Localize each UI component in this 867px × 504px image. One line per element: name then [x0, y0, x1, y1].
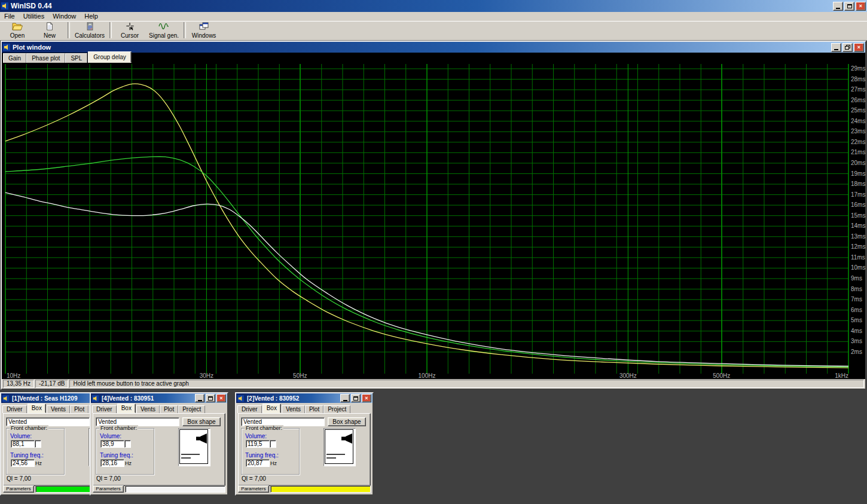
front-chamber-label: Front chamber: [10, 425, 48, 431]
driver-project-window: [4]Vented : 830951 × Driver Box Vents Pl… [90, 392, 228, 496]
close-button[interactable]: × [216, 394, 226, 402]
svg-text:50Hz: 50Hz [293, 372, 307, 379]
parameters-button[interactable]: Parameters [238, 485, 269, 493]
window-titlebar[interactable]: [4]Vented : 830951 × [91, 393, 227, 403]
svg-text:5ms: 5ms [851, 317, 862, 323]
cursor-label: Cursor [121, 32, 139, 39]
volume-unit-combo[interactable] [270, 440, 276, 448]
toolbar-separator [109, 22, 112, 38]
svg-text:28ms: 28ms [851, 76, 865, 83]
calculators-label: Calculators [75, 32, 105, 39]
restore-button[interactable] [842, 43, 853, 52]
windows-button[interactable]: Windows [188, 21, 220, 39]
ql-value: Ql = 7,00 [96, 475, 121, 482]
parameters-button[interactable]: Parameters [93, 485, 124, 493]
volume-input[interactable] [100, 440, 124, 448]
tab-vents[interactable]: Vents [282, 405, 305, 413]
volume-input[interactable] [246, 440, 270, 448]
svg-text:11ms: 11ms [851, 254, 865, 261]
box-shape-button[interactable]: Box shape [182, 417, 221, 426]
trace-color-bar [270, 485, 371, 493]
minimize-button[interactable] [340, 394, 350, 402]
tuning-unit-label: Hz [35, 460, 42, 466]
svg-text:7ms: 7ms [851, 296, 862, 303]
app-icon [1, 2, 9, 10]
tab-plot[interactable]: Plot [70, 405, 88, 413]
calculator-icon [86, 22, 94, 32]
tab-project[interactable]: Project [178, 405, 205, 413]
app-title: WinISD 0.44 [9, 2, 833, 10]
cursor-frequency-readout: 13,35 Hz [3, 380, 34, 388]
box-shape-preview [178, 428, 210, 466]
tab-project[interactable]: Project [323, 405, 350, 413]
minimize-button[interactable] [833, 2, 843, 11]
svg-text:6ms: 6ms [851, 307, 862, 313]
tuning-freq-input[interactable] [100, 459, 124, 467]
maximize-button[interactable] [844, 2, 854, 11]
menu-help[interactable]: Help [80, 12, 102, 21]
menu-window[interactable]: Window [48, 12, 80, 21]
open-button[interactable]: Open [1, 21, 33, 39]
maximize-button[interactable] [351, 394, 361, 402]
new-document-icon [45, 22, 54, 32]
close-button[interactable]: × [854, 43, 864, 52]
tab-vents[interactable]: Vents [136, 405, 160, 413]
tab-driver[interactable]: Driver [237, 405, 262, 413]
close-button[interactable]: × [856, 2, 866, 11]
svg-text:12ms: 12ms [851, 243, 865, 250]
svg-text:15ms: 15ms [851, 212, 865, 219]
window-title: [4]Vented : 830951 [100, 395, 195, 402]
main-titlebar[interactable]: WinISD 0.44 × [0, 0, 867, 12]
tab-group-delay[interactable]: Group delay [88, 51, 131, 63]
svg-text:8ms: 8ms [851, 286, 862, 292]
parameters-button[interactable]: Parameters [3, 485, 34, 493]
tab-spl[interactable]: SPL [65, 53, 87, 63]
tab-gain[interactable]: Gain [3, 53, 26, 63]
box-shape-preview [323, 428, 356, 466]
mdi-area: Plot window × Gain Phase plot SPL Group … [0, 41, 867, 504]
tab-driver[interactable]: Driver [92, 405, 117, 413]
volume-unit-combo[interactable] [124, 440, 131, 448]
cursor-button[interactable]: Cursor [114, 21, 146, 39]
tuning-freq-input[interactable] [246, 459, 270, 467]
windows-label: Windows [192, 32, 216, 39]
tab-plot[interactable]: Plot [305, 405, 323, 413]
toolbar: Open New Calculators Cursor Signal [0, 21, 867, 41]
volume-unit-combo[interactable] [35, 440, 41, 448]
svg-text:300Hz: 300Hz [619, 372, 637, 379]
group-delay-plot[interactable]: 2ms3ms4ms5ms6ms7ms8ms9ms10ms11ms12ms13ms… [3, 63, 866, 380]
maximize-button[interactable] [206, 394, 215, 402]
tuning-freq-input[interactable] [11, 459, 35, 467]
volume-label: Volume: [245, 433, 267, 439]
tab-driver[interactable]: Driver [2, 405, 27, 413]
ql-value: Ql = 7,00 [7, 475, 31, 482]
desktop: WinISD 0.44 × File Utilities Window Help… [0, 0, 867, 504]
svg-text:21ms: 21ms [851, 149, 865, 155]
svg-text:10ms: 10ms [851, 264, 865, 271]
minimize-button[interactable] [831, 43, 841, 52]
menu-file[interactable]: File [0, 12, 19, 21]
svg-text:29ms: 29ms [851, 65, 865, 72]
tuning-freq-label: Tuning freq.: [100, 452, 133, 459]
close-button[interactable]: × [362, 394, 371, 402]
tab-box[interactable]: Box [117, 404, 136, 413]
menu-utilities[interactable]: Utilities [19, 12, 48, 21]
svg-text:20ms: 20ms [851, 160, 865, 166]
volume-input[interactable] [11, 440, 35, 448]
front-chamber-label: Front chamber: [99, 425, 138, 431]
calculators-button[interactable]: Calculators [72, 21, 108, 39]
svg-text:500Hz: 500Hz [713, 372, 730, 379]
minimize-button[interactable] [195, 394, 204, 402]
tab-plot[interactable]: Plot [160, 405, 178, 413]
tab-box[interactable]: Box [262, 404, 281, 413]
window-titlebar[interactable]: [2]Vented : 830952 × [236, 393, 373, 403]
box-shape-button[interactable]: Box shape [328, 417, 366, 426]
plot-window-title: Plot window [11, 44, 831, 51]
new-button[interactable]: New [33, 21, 66, 39]
tab-vents[interactable]: Vents [47, 405, 70, 413]
tab-phase-plot[interactable]: Phase plot [26, 53, 65, 63]
cursor-crosshair-icon [126, 22, 135, 32]
signal-gen-button[interactable]: Signal gen. [146, 21, 182, 39]
parameters-row: Parameters [93, 485, 225, 493]
tab-box[interactable]: Box [28, 404, 46, 413]
